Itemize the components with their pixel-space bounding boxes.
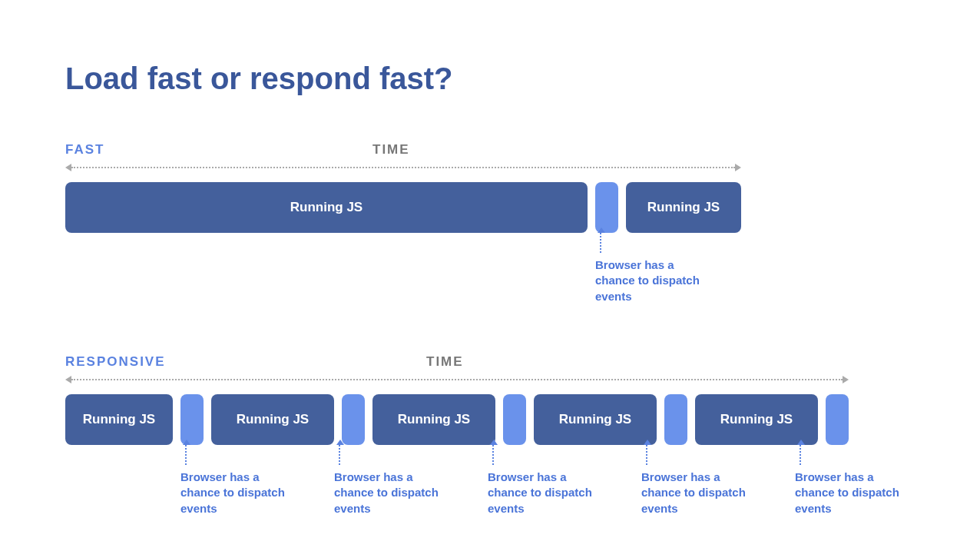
running-js-block: Running JS bbox=[626, 182, 741, 233]
arrow-up-icon bbox=[492, 445, 494, 465]
running-js-block: Running JS bbox=[534, 394, 657, 445]
dispatch-annotation-text: Browser has a chance to dispatch events bbox=[641, 470, 760, 516]
running-js-block: Running JS bbox=[211, 394, 334, 445]
dispatch-annotation: Browser has a chance to dispatch events bbox=[488, 445, 607, 516]
arrow-right-icon bbox=[843, 376, 849, 383]
dispatch-annotation-text: Browser has a chance to dispatch events bbox=[488, 470, 607, 516]
timeline-axis bbox=[65, 379, 849, 380]
dispatch-annotation: Browser has a chance to dispatch events bbox=[334, 445, 453, 516]
fast-label: FAST bbox=[65, 142, 104, 158]
dispatch-annotation: Browser has a chance to dispatch events bbox=[641, 445, 760, 516]
running-js-block: Running JS bbox=[695, 394, 818, 445]
time-label: TIME bbox=[372, 142, 410, 158]
dispatch-annotation-text: Browser has a chance to dispatch events bbox=[180, 470, 300, 516]
fast-annotations: Browser has a chance to dispatch events bbox=[65, 233, 915, 317]
dispatch-annotation: Browser has a chance to dispatch events bbox=[180, 445, 300, 516]
dispatch-annotation-text: Browser has a chance to dispatch events bbox=[595, 257, 714, 304]
fast-section: FAST TIME Running JSRunning JS Browser h… bbox=[65, 142, 915, 317]
running-js-block: Running JS bbox=[65, 182, 588, 233]
time-label: TIME bbox=[426, 354, 464, 370]
responsive-label: RESPONSIVE bbox=[65, 354, 166, 370]
idle-block bbox=[503, 394, 526, 445]
idle-block bbox=[826, 394, 849, 445]
idle-block bbox=[342, 394, 365, 445]
arrow-up-icon bbox=[600, 233, 601, 253]
arrow-up-icon bbox=[185, 445, 187, 465]
responsive-track: Running JSRunning JSRunning JSRunning JS… bbox=[65, 394, 915, 445]
arrow-left-icon bbox=[65, 376, 71, 383]
fast-track: Running JSRunning JS bbox=[65, 182, 915, 233]
running-js-block: Running JS bbox=[372, 394, 495, 445]
responsive-annotations: Browser has a chance to dispatch eventsB… bbox=[65, 445, 915, 529]
arrow-left-icon bbox=[65, 164, 71, 171]
idle-block bbox=[595, 182, 618, 233]
arrow-up-icon bbox=[800, 445, 801, 465]
idle-block bbox=[664, 394, 687, 445]
responsive-section: RESPONSIVE TIME Running JSRunning JSRunn… bbox=[65, 354, 915, 529]
arrow-up-icon bbox=[646, 445, 647, 465]
arrow-right-icon bbox=[735, 164, 741, 171]
timeline-axis bbox=[65, 167, 741, 168]
running-js-block: Running JS bbox=[65, 394, 173, 445]
arrow-up-icon bbox=[339, 445, 340, 465]
idle-block bbox=[180, 394, 204, 445]
page-title: Load fast or respond fast? bbox=[65, 61, 915, 96]
dispatch-annotation-text: Browser has a chance to dispatch events bbox=[334, 470, 453, 516]
dispatch-annotation: Browser has a chance to dispatch events bbox=[795, 445, 914, 516]
dispatch-annotation-text: Browser has a chance to dispatch events bbox=[795, 470, 914, 516]
dispatch-annotation: Browser has a chance to dispatch events bbox=[595, 233, 714, 304]
